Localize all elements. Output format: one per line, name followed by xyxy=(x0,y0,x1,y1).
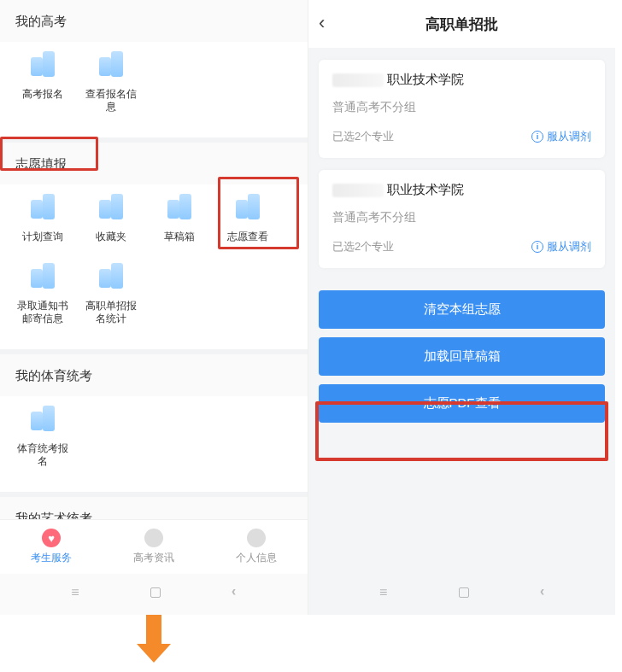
nav-recent-icon[interactable]: ≡ xyxy=(71,585,79,600)
highlight-zhiyuan-title xyxy=(0,137,98,171)
nav-home-icon[interactable] xyxy=(459,587,469,598)
selected-count: 已选2个专业 xyxy=(332,129,394,144)
tab-student-service[interactable]: 考生服务 xyxy=(31,529,72,565)
school-name: 职业技术学院 xyxy=(332,182,591,198)
cell-sports-signup[interactable]: 体育统考报 名 xyxy=(9,396,77,478)
cell-higher-voc-stats[interactable]: 高职单招报 名统计 xyxy=(77,254,145,336)
card-subtitle: 普通高考不分组 xyxy=(332,100,591,115)
phone-right: ‹ 高职单招批 职业技术学院 普通高考不分组 已选2个专业 服从调剂 职业技术学… xyxy=(308,0,615,615)
highlight-zhiyuan-view xyxy=(218,177,299,249)
cell-admission-letter[interactable]: 录取通知书 邮寄信息 xyxy=(9,254,77,336)
load-from-draft-button[interactable]: 加载回草稿箱 xyxy=(319,337,605,376)
nav-recent-icon[interactable]: ≡ xyxy=(379,585,387,600)
cell-drafts[interactable]: 草稿箱 xyxy=(145,184,214,254)
nav-home-icon[interactable] xyxy=(150,587,161,598)
nav-back-icon[interactable]: › xyxy=(232,585,236,600)
school-name: 职业技术学院 xyxy=(332,72,591,88)
obey-transfer[interactable]: 服从调剂 xyxy=(531,239,591,254)
card-subtitle: 普通高考不分组 xyxy=(332,210,591,225)
page-title: 高职单招批 xyxy=(425,15,498,34)
android-nav: ≡ › xyxy=(0,577,308,608)
arrow-down-icon xyxy=(137,615,171,662)
heart-icon xyxy=(42,529,61,547)
section-title-tiyu: 我的体育统考 xyxy=(0,354,308,396)
grid-gaokao: 高考报名 查看报名信 息 xyxy=(0,42,308,137)
android-nav: ≡ › xyxy=(308,577,615,608)
redacted-text xyxy=(332,184,384,197)
nav-back-icon[interactable]: › xyxy=(540,585,544,600)
app-icon xyxy=(26,49,59,81)
info-icon xyxy=(531,131,543,143)
cell-view-signup-info[interactable]: 查看报名信 息 xyxy=(77,42,145,124)
info-icon xyxy=(531,241,543,253)
app-icon xyxy=(95,49,127,81)
redacted-text xyxy=(332,73,384,87)
profile-icon xyxy=(247,529,266,547)
app-icon xyxy=(163,191,196,224)
section-title-gaokao: 我的高考 xyxy=(0,0,308,42)
tabbar: 考生服务 高考资讯 个人信息 xyxy=(0,519,308,574)
app-icon xyxy=(26,191,59,224)
back-icon[interactable]: ‹ xyxy=(319,12,325,34)
phone-left: 我的高考 高考报名 查看报名信 息 志愿填报 计划查询 收藏夹 草稿箱 志愿查看… xyxy=(0,0,308,615)
highlight-pdf-button xyxy=(315,401,608,461)
selected-count: 已选2个专业 xyxy=(332,239,394,254)
cell-plan-query[interactable]: 计划查询 xyxy=(9,184,77,254)
app-icon xyxy=(95,191,127,224)
news-icon xyxy=(144,529,163,547)
tab-news[interactable]: 高考资讯 xyxy=(133,529,174,565)
school-card[interactable]: 职业技术学院 普通高考不分组 已选2个专业 服从调剂 xyxy=(319,60,605,158)
clear-group-button[interactable]: 清空本组志愿 xyxy=(319,290,605,329)
school-card[interactable]: 职业技术学院 普通高考不分组 已选2个专业 服从调剂 xyxy=(319,170,605,268)
cell-favorites[interactable]: 收藏夹 xyxy=(77,184,145,254)
app-icon xyxy=(26,260,59,293)
tab-profile[interactable]: 个人信息 xyxy=(236,529,277,565)
app-icon xyxy=(95,260,127,293)
header: ‹ 高职单招批 xyxy=(308,0,615,48)
cell-gaokao-signup[interactable]: 高考报名 xyxy=(9,42,77,124)
grid-tiyu: 体育统考报 名 xyxy=(0,396,308,492)
app-icon xyxy=(26,403,59,435)
obey-transfer[interactable]: 服从调剂 xyxy=(531,129,591,144)
